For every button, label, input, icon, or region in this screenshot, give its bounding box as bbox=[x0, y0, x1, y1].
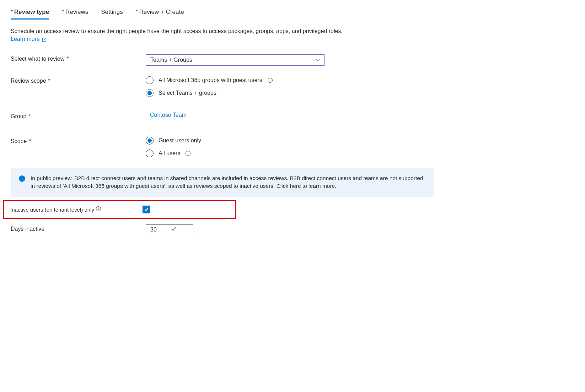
radio-all-users[interactable]: All users bbox=[146, 149, 574, 157]
select-review-dropdown[interactable]: Teams + Groups bbox=[146, 54, 325, 66]
field-inactive-users-only: Inactive users (on tenant level) only bbox=[3, 200, 236, 219]
radio-select-teams-groups[interactable]: Select Teams + groups bbox=[146, 89, 574, 97]
svg-rect-4 bbox=[22, 176, 22, 177]
required-asterisk: * bbox=[62, 8, 64, 14]
radio-icon bbox=[146, 89, 154, 97]
tab-label: Settings bbox=[101, 9, 123, 16]
chevron-down-icon bbox=[315, 58, 320, 62]
tab-settings[interactable]: Settings bbox=[101, 9, 123, 20]
tab-bar: * Review type * Reviews Settings * Revie… bbox=[11, 9, 574, 20]
radio-label: All Microsoft 365 groups with guest user… bbox=[159, 77, 262, 83]
learn-more-link[interactable]: Learn more bbox=[11, 36, 47, 42]
days-inactive-input[interactable] bbox=[150, 226, 171, 233]
page-description: Schedule an access review to ensure the … bbox=[11, 28, 419, 34]
tab-label: Review type bbox=[14, 9, 49, 16]
radio-icon bbox=[146, 76, 154, 84]
radio-label: Guest users only bbox=[159, 137, 201, 144]
field-review-scope: Review scope * All Microsoft 365 groups … bbox=[11, 76, 574, 97]
days-inactive-input-wrapper bbox=[146, 224, 193, 235]
tab-reviews[interactable]: * Reviews bbox=[62, 9, 88, 20]
field-label: Group * bbox=[11, 112, 146, 120]
required-asterisk: * bbox=[136, 8, 138, 14]
radio-guest-users-only[interactable]: Guest users only bbox=[146, 137, 574, 145]
tab-review-create[interactable]: * Review + Create bbox=[136, 9, 184, 20]
svg-rect-3 bbox=[22, 178, 22, 180]
tab-label: Review + Create bbox=[139, 9, 184, 16]
required-asterisk: * bbox=[28, 113, 31, 120]
field-label: Days inactive bbox=[11, 224, 146, 232]
info-icon[interactable] bbox=[267, 77, 273, 83]
field-label: Select what to review * bbox=[11, 54, 146, 62]
required-asterisk: * bbox=[48, 78, 50, 84]
radio-label: All users bbox=[159, 150, 180, 157]
radio-icon bbox=[146, 149, 154, 157]
group-link[interactable]: Contoso Team bbox=[150, 110, 187, 118]
field-label: Inactive users (on tenant level) only bbox=[10, 206, 143, 213]
field-select-review: Select what to review * Teams + Groups bbox=[11, 54, 574, 66]
field-group: Group * Contoso Team bbox=[11, 112, 574, 120]
tab-review-type[interactable]: * Review type bbox=[11, 9, 49, 20]
external-link-icon bbox=[42, 37, 47, 42]
check-icon bbox=[171, 226, 177, 233]
field-scope: Scope * Guest users only All users bbox=[11, 137, 574, 157]
radio-label: Select Teams + groups bbox=[159, 90, 216, 96]
field-label: Scope * bbox=[11, 137, 146, 145]
banner-message: In public preview, B2B direct connect us… bbox=[31, 174, 426, 190]
radio-icon bbox=[146, 137, 154, 145]
field-days-inactive: Days inactive bbox=[11, 224, 574, 235]
field-label: Review scope * bbox=[11, 76, 146, 84]
required-asterisk: * bbox=[11, 8, 13, 14]
info-icon[interactable] bbox=[185, 151, 191, 156]
required-asterisk: * bbox=[29, 138, 31, 145]
tab-label: Reviews bbox=[65, 9, 88, 16]
select-value: Teams + Groups bbox=[150, 57, 192, 63]
info-banner: In public preview, B2B direct connect us… bbox=[11, 168, 434, 197]
inactive-users-checkbox[interactable] bbox=[143, 206, 150, 213]
info-icon bbox=[18, 175, 26, 182]
link-text: Learn more bbox=[11, 36, 40, 42]
radio-all-m365-groups[interactable]: All Microsoft 365 groups with guest user… bbox=[146, 76, 574, 84]
required-asterisk: * bbox=[66, 56, 69, 62]
info-icon[interactable] bbox=[96, 206, 101, 212]
